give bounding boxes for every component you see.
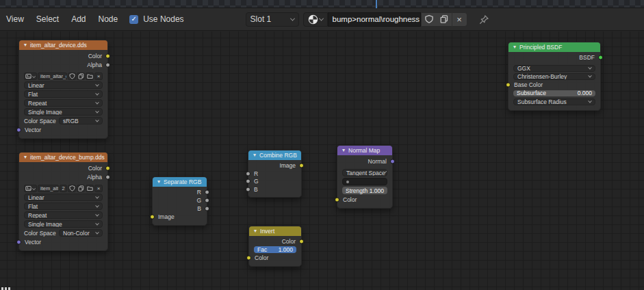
dropdown-value: Repeat: [28, 212, 47, 219]
image-texture-bump-dropdown-linear[interactable]: Linear: [24, 194, 103, 201]
node-normal-map[interactable]: ▾Normal MapNormalTangent SpaceStrength1.…: [337, 145, 393, 209]
normal-map-uv-map-field[interactable]: [342, 178, 387, 185]
socket-bsdf[interactable]: [598, 55, 603, 60]
image-texture-bump-dropdown-non-color[interactable]: Non-Color: [59, 229, 103, 237]
socket-r[interactable]: [205, 190, 209, 195]
socket-b[interactable]: [246, 187, 250, 192]
image-texture-device-dropdown-srgb[interactable]: sRGB: [59, 117, 103, 124]
principled-bsdf-dropdown-subsurface-radius[interactable]: Subsurface Radius: [513, 98, 595, 105]
node-principled-bsdf[interactable]: ▾Principled BSDFBSDFGGXChristensen-Burle…: [508, 42, 601, 111]
node-separate-rgb[interactable]: ▾Separate RGBRGBImage: [152, 176, 207, 226]
socket-vector[interactable]: [16, 239, 21, 244]
node-title: item_altar_device_bump.dds: [30, 154, 105, 161]
unlink-button[interactable]: ×: [94, 72, 103, 80]
dropdown-value: Non-Color: [63, 230, 90, 237]
separate-rgb-output-r: R: [157, 189, 202, 196]
dropdown-value: Linear: [28, 194, 44, 201]
image-texture-device-dropdown-flat[interactable]: Flat: [24, 90, 103, 98]
node-invert[interactable]: ▾InvertColorFac1.000Color: [248, 226, 302, 267]
image-texture-device-dropdown-linear[interactable]: Linear: [24, 81, 103, 89]
socket-normal[interactable]: [390, 159, 395, 163]
socket-g[interactable]: [205, 198, 209, 203]
socket-color[interactable]: [105, 166, 110, 170]
principled-bsdf-dropdown-christensen-burley[interactable]: Christensen-Burley: [513, 73, 595, 80]
node-header-image-texture-device[interactable]: ▾item_altar_device.dds: [19, 40, 107, 50]
open-image-button[interactable]: [86, 185, 94, 192]
users-count-button[interactable]: 2: [60, 185, 67, 192]
fake-user-button[interactable]: [68, 185, 76, 192]
node-combine-rgb[interactable]: ▾Combine RGBImageRGB: [248, 150, 302, 198]
browse-image-button[interactable]: [24, 72, 37, 80]
socket-b[interactable]: [205, 207, 209, 211]
node-header-combine-rgb[interactable]: ▾Combine RGB: [248, 150, 301, 160]
image-texture-device-dropdown-single-image[interactable]: Single Image: [24, 108, 103, 116]
dropdown-value: Christensen-Burley: [517, 73, 567, 80]
pages-icon: [78, 185, 84, 192]
pages-icon: [78, 73, 84, 79]
open-image-button[interactable]: [86, 72, 94, 80]
principled-bsdf-input-base-color: Base Color: [513, 81, 595, 88]
node-header-separate-rgb[interactable]: ▾Separate RGB: [153, 177, 207, 187]
image-name-field[interactable]: item_altar_d..: [38, 185, 59, 192]
socket-color[interactable]: [335, 197, 339, 202]
normal-map-dropdown-tangent-space[interactable]: Tangent Space: [342, 169, 387, 176]
new-image-button[interactable]: [77, 185, 85, 192]
uv-dot-icon: [346, 181, 349, 183]
image-texture-device-dropdown-repeat[interactable]: Repeat: [24, 99, 103, 107]
socket-alpha[interactable]: [105, 174, 110, 179]
principled-bsdf-output-bsdf: BSDF: [513, 54, 595, 61]
socket-image[interactable]: [299, 163, 304, 168]
socket-r[interactable]: [246, 171, 250, 176]
collapse-caret-icon[interactable]: ▾: [24, 155, 27, 160]
node-header-image-texture-bump[interactable]: ▾item_altar_device_bump.dds: [19, 153, 107, 162]
image-texture-device-image-selector-row: item_altar_devic..×: [24, 72, 103, 80]
chevron-down-icon: [32, 187, 36, 190]
socket-vector[interactable]: [16, 127, 21, 132]
fake-user-button[interactable]: [68, 72, 76, 80]
dropdown-value: Subsurface Radius: [517, 98, 567, 105]
image-texture-bump-dropdown-single-image[interactable]: Single Image: [24, 220, 103, 228]
new-image-button[interactable]: [77, 72, 85, 80]
socket-color[interactable]: [105, 53, 110, 58]
browse-image-button[interactable]: [24, 185, 37, 192]
socket-g[interactable]: [246, 179, 250, 184]
socket-alpha[interactable]: [105, 62, 110, 67]
collapse-caret-icon[interactable]: ▾: [24, 42, 27, 48]
image-name-field[interactable]: item_altar_devic..: [38, 72, 67, 80]
collapse-caret-icon[interactable]: ▾: [157, 179, 160, 185]
normal-map-slider-strength[interactable]: Strength1.000: [342, 187, 387, 194]
image-name-text: item_altar_devic..: [40, 73, 67, 79]
unlink-button[interactable]: ×: [94, 185, 103, 192]
node-body: ImageRGB: [248, 160, 301, 197]
collapse-caret-icon[interactable]: ▾: [254, 228, 257, 234]
image-texture-bump-dropdown-repeat[interactable]: Repeat: [24, 211, 103, 219]
chevron-down-icon: [588, 66, 592, 70]
image-texture-bump-image-selector-row: item_altar_d..2×: [24, 185, 103, 192]
node-header-normal-map[interactable]: ▾Normal Map: [337, 146, 392, 155]
node-header-principled-bsdf[interactable]: ▾Principled BSDF: [508, 42, 600, 52]
socket-label: B: [254, 186, 258, 193]
invert-slider-fac[interactable]: Fac1.000: [254, 246, 296, 253]
node-title: Normal Map: [348, 147, 380, 154]
node-image-texture-bump[interactable]: ▾item_altar_device_bump.ddsColorAlphaite…: [18, 152, 108, 251]
principled-bsdf-dropdown-ggx[interactable]: GGX: [513, 65, 595, 72]
socket-color[interactable]: [246, 256, 251, 261]
collapse-caret-icon[interactable]: ▾: [513, 44, 516, 50]
collapse-caret-icon[interactable]: ▾: [253, 153, 256, 158]
collapse-caret-icon[interactable]: ▾: [342, 148, 345, 153]
shield-icon: [69, 185, 75, 192]
socket-base color[interactable]: [506, 83, 511, 88]
dropdown-value: Single Image: [28, 221, 62, 228]
socket-color[interactable]: [299, 239, 304, 244]
node-title: item_altar_device.dds: [30, 42, 87, 49]
node-header-invert[interactable]: ▾Invert: [249, 226, 301, 236]
node-image-texture-device[interactable]: ▾item_altar_device.ddsColorAlphaitem_alt…: [18, 40, 108, 139]
chevron-down-icon: [95, 194, 99, 198]
image-texture-bump-dropdown-flat[interactable]: Flat: [24, 202, 103, 210]
slider-label: Fac: [257, 246, 267, 253]
folder-icon: [87, 73, 93, 79]
node-title: Invert: [260, 228, 274, 235]
chevron-down-icon: [95, 230, 99, 234]
socket-image[interactable]: [150, 215, 155, 220]
principled-bsdf-slider-subsurface[interactable]: Subsurface0.000: [513, 90, 595, 97]
